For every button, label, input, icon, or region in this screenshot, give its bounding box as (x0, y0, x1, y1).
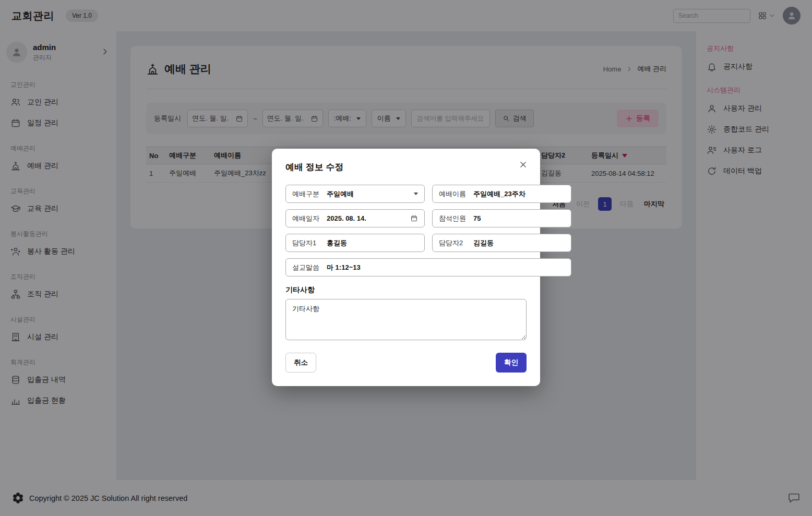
attendance-input[interactable] (473, 214, 565, 222)
calendar-icon (410, 214, 418, 222)
manager2-field[interactable]: 담당자2 (432, 234, 571, 252)
sermon-field[interactable]: 설교말씀 (285, 258, 571, 277)
close-button[interactable] (517, 158, 530, 173)
sermon-input[interactable] (327, 263, 565, 271)
worship-name-label: 예배이름 (439, 189, 473, 199)
worship-name-input[interactable] (473, 190, 565, 198)
worship-type-select[interactable]: 예배구분 주일예배 (285, 185, 425, 203)
worship-type-value: 주일예배 (327, 189, 354, 199)
sermon-label: 설교말씀 (292, 263, 327, 272)
manager2-label: 담당자2 (439, 238, 473, 248)
attendance-label: 참석인원 (439, 214, 473, 223)
etc-section-label: 기타사항 (285, 285, 527, 295)
close-icon (519, 160, 528, 169)
worship-date-label: 예배일자 (292, 214, 327, 223)
edit-worship-modal: 예배 정보 수정 예배구분 주일예배 예배이름 예배일자 2025. 08. 1… (272, 149, 540, 386)
modal-title: 예배 정보 수정 (285, 161, 527, 173)
cancel-button[interactable]: 취소 (285, 353, 316, 373)
etc-textarea[interactable]: 기타사항 (285, 299, 527, 340)
confirm-button[interactable]: 확인 (496, 353, 527, 373)
worship-type-label: 예배구분 (292, 189, 327, 199)
manager1-field[interactable]: 담당자1 (285, 234, 425, 252)
attendance-field[interactable]: 참석인원 (432, 209, 571, 227)
manager2-input[interactable] (473, 239, 565, 247)
worship-date-value: 2025. 08. 14. (327, 214, 366, 222)
worship-date-field[interactable]: 예배일자 2025. 08. 14. (285, 209, 425, 227)
chevron-down-icon (414, 193, 418, 195)
worship-name-field[interactable]: 예배이름 (432, 185, 571, 203)
manager1-input[interactable] (327, 239, 418, 247)
manager1-label: 담당자1 (292, 238, 327, 248)
